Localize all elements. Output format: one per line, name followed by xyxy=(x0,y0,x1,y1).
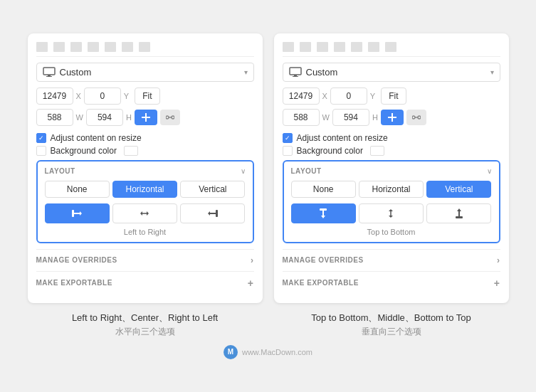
chain-icon-left xyxy=(166,114,174,121)
fit-button-left[interactable]: Fit xyxy=(135,88,159,105)
svg-rect-2 xyxy=(46,76,52,77)
y-input-left[interactable] xyxy=(84,88,121,105)
w-field-right: W xyxy=(283,109,330,126)
x-input-left[interactable] xyxy=(36,88,73,105)
x-label-left: X xyxy=(76,92,81,100)
layout-type-buttons-right: None Horizontal Vertical xyxy=(291,181,492,198)
adjust-content-checkbox-left[interactable] xyxy=(36,133,46,143)
wh-row-right: W H xyxy=(283,109,500,126)
h-input-left[interactable] xyxy=(86,109,123,126)
bg-color-row-right: Background color xyxy=(283,146,500,156)
svg-rect-6 xyxy=(172,116,174,119)
preset-row-right: Custom ▾ xyxy=(283,63,500,82)
layout-header-left: LAYOUT ∨ xyxy=(45,167,246,175)
toggle-icon-right xyxy=(387,112,397,122)
align-center-left[interactable] xyxy=(112,203,177,223)
adjust-content-checkbox-right[interactable] xyxy=(283,133,293,143)
w-input-left[interactable] xyxy=(36,109,73,126)
caption-right: Top to Bottom、Middle、Bottom to Top 垂直向三个… xyxy=(274,312,509,338)
manage-overrides-arrow-right: › xyxy=(497,255,500,265)
layout-title-right: LAYOUT xyxy=(291,167,322,175)
panels-container: Custom ▾ X Y Fit W H xyxy=(11,33,525,303)
layout-none-left[interactable]: None xyxy=(45,181,110,198)
w-label-left: W xyxy=(76,113,83,122)
layout-none-right[interactable]: None xyxy=(291,181,356,198)
layout-vertical-right[interactable]: Vertical xyxy=(426,181,491,198)
color-swatch-right[interactable] xyxy=(370,146,384,156)
svg-rect-4 xyxy=(142,117,150,118)
preset-label-left: Custom xyxy=(60,67,92,78)
h-label-left: H xyxy=(126,113,132,122)
preset-select-right[interactable]: Custom ▾ xyxy=(283,63,500,82)
wh-row-left: W H xyxy=(36,109,254,126)
toolbar-icon-6 xyxy=(122,42,133,52)
toolbar-icon-r3 xyxy=(317,42,328,52)
svg-rect-19 xyxy=(293,76,298,77)
manage-overrides-right[interactable]: MANAGE OVERRIDES › xyxy=(283,249,500,271)
align-label-left: Left to Right xyxy=(45,228,246,236)
make-exportable-left[interactable]: MAKE EXPORTABLE + xyxy=(36,271,254,295)
make-exportable-plus-right: + xyxy=(494,277,500,289)
svg-marker-11 xyxy=(140,211,142,216)
svg-rect-5 xyxy=(166,116,169,119)
toolbar-icon-r7 xyxy=(385,42,396,52)
align-buttons-right xyxy=(291,203,492,223)
captions-row: Left to Right、Center、Right to Left 水平向三个… xyxy=(28,312,509,338)
preset-select-left[interactable]: Custom ▾ xyxy=(36,63,254,82)
svg-rect-21 xyxy=(388,117,396,118)
link-icon-right[interactable] xyxy=(406,110,426,125)
bg-color-checkbox-right[interactable] xyxy=(283,146,293,156)
monitor-icon-right xyxy=(289,67,302,77)
h-input-right[interactable] xyxy=(332,109,369,126)
toolbar-icon-4 xyxy=(88,42,99,52)
make-exportable-plus-left: + xyxy=(248,277,254,289)
x-field-left: X xyxy=(36,88,81,105)
layout-type-buttons-left: None Horizontal Vertical xyxy=(45,181,246,198)
layout-section-left: LAYOUT ∨ None Horizontal Vertical xyxy=(36,160,254,243)
layout-horizontal-right[interactable]: Horizontal xyxy=(359,181,424,198)
align-rtl-icon-left xyxy=(207,208,219,218)
svg-rect-25 xyxy=(320,208,327,211)
x-input-right[interactable] xyxy=(283,88,320,105)
layout-chevron-right[interactable]: ∨ xyxy=(487,167,492,175)
align-top-to-bottom-right[interactable] xyxy=(291,203,356,223)
align-middle-right[interactable] xyxy=(359,203,424,223)
manage-overrides-label-left: MANAGE OVERRIDES xyxy=(36,256,117,264)
xy-row-left: X Y Fit xyxy=(36,88,254,105)
y-input-right[interactable] xyxy=(330,88,367,105)
align-right-to-left-left[interactable] xyxy=(180,203,245,223)
svg-marker-12 xyxy=(147,211,149,216)
color-swatch-left[interactable] xyxy=(124,146,138,156)
layout-horizontal-left[interactable]: Horizontal xyxy=(112,181,177,198)
align-bottom-to-top-right[interactable] xyxy=(426,203,491,223)
manage-overrides-left[interactable]: MANAGE OVERRIDES › xyxy=(36,249,254,271)
svg-rect-31 xyxy=(456,216,463,218)
toolbar-icon-r4 xyxy=(334,42,345,52)
bg-color-checkbox-left[interactable] xyxy=(36,146,46,156)
layout-section-right: LAYOUT ∨ None Horizontal Vertical xyxy=(283,160,500,243)
make-exportable-right[interactable]: MAKE EXPORTABLE + xyxy=(283,271,500,295)
link-icon-left[interactable] xyxy=(160,110,180,125)
w-field-left: W xyxy=(36,109,83,126)
layout-chevron-left[interactable]: ∨ xyxy=(241,167,246,175)
toggle-button-left[interactable] xyxy=(135,110,157,125)
toolbar-icon-1 xyxy=(36,42,48,52)
toolbar-icon-2 xyxy=(53,42,65,52)
x-label-right: X xyxy=(322,92,327,100)
w-input-right[interactable] xyxy=(283,109,320,126)
make-exportable-label-right: MAKE EXPORTABLE xyxy=(283,279,359,287)
layout-vertical-left[interactable]: Vertical xyxy=(180,181,245,198)
align-buttons-left xyxy=(45,203,246,223)
chain-icon-right xyxy=(412,114,421,121)
y-field-left: Y xyxy=(84,88,129,105)
layout-header-right: LAYOUT ∨ xyxy=(291,167,492,175)
fit-button-right[interactable]: Fit xyxy=(381,88,406,105)
caption-main-right: Top to Bottom、Middle、Bottom to Top xyxy=(274,312,509,324)
toggle-button-right[interactable] xyxy=(381,110,404,125)
align-left-to-right-left[interactable] xyxy=(45,203,110,223)
caption-main-left: Left to Right、Center、Right to Left xyxy=(28,312,263,324)
toolbar-icon-5 xyxy=(105,42,116,52)
toolbar-icon-r1 xyxy=(283,42,294,52)
align-middle-icon-right xyxy=(386,208,396,219)
chevron-down-icon-right: ▾ xyxy=(490,68,494,76)
